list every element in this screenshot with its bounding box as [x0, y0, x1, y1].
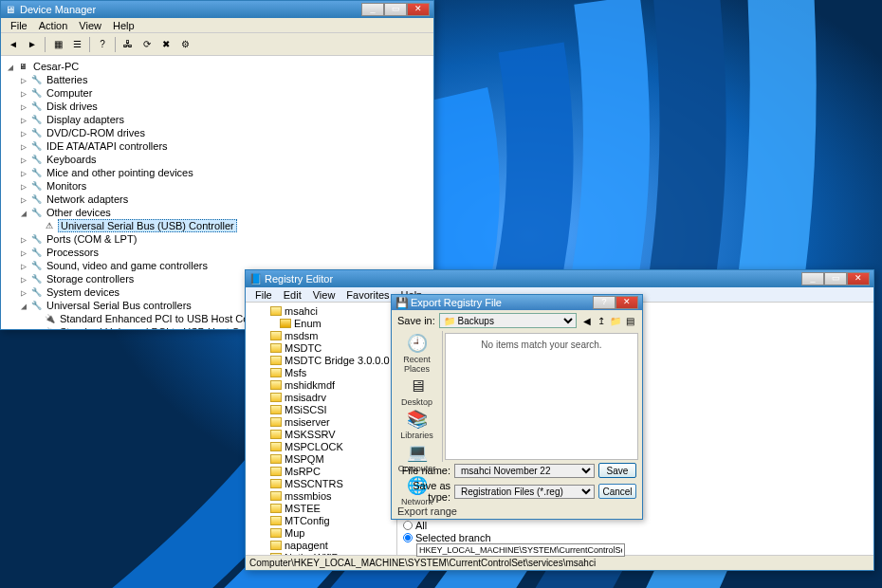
new-folder-icon[interactable]: 📁	[609, 314, 622, 327]
registry-key[interactable]: msahci	[270, 304, 395, 317]
device-item[interactable]: ▷🔧Mice and other pointing devices	[5, 166, 430, 179]
enable-button[interactable]: ⚙	[176, 36, 193, 53]
file-list[interactable]: No items match your search.	[445, 333, 638, 460]
properties-button[interactable]: ☰	[68, 36, 85, 53]
close-button[interactable]: ✕	[407, 3, 430, 16]
registry-key[interactable]: MSTEE	[270, 502, 395, 514]
save-button[interactable]: Save	[598, 463, 636, 478]
registry-key[interactable]: MSPQM	[270, 452, 395, 465]
menu-view[interactable]: View	[73, 20, 107, 31]
registry-key[interactable]: MSDTC Bridge 3.0.0.0	[270, 354, 395, 366]
registry-key[interactable]: Mup	[270, 526, 395, 539]
expand-icon[interactable]: ▷	[18, 115, 29, 125]
cancel-button[interactable]: Cancel	[598, 484, 636, 499]
save-in-dropdown[interactable]: 📁 Backups	[439, 313, 577, 328]
update-driver-button[interactable]: ⟳	[138, 36, 156, 53]
titlebar[interactable]: 💾 Export Registry File ? ✕	[392, 295, 642, 310]
device-item[interactable]: ▷🔧Ports (COM & LPT)	[5, 232, 430, 246]
expand-icon[interactable]: ▷	[18, 248, 29, 258]
forward-button[interactable]: ►	[24, 36, 41, 53]
minimize-button[interactable]: _	[801, 272, 824, 285]
registry-key[interactable]: MSDTC	[270, 341, 395, 354]
minimize-button[interactable]: _	[361, 3, 384, 16]
menu-edit[interactable]: Edit	[278, 289, 307, 301]
device-item[interactable]: ◢🖥Cesar-PC	[5, 60, 430, 73]
registry-key[interactable]: MsRPC	[270, 465, 395, 477]
filename-field[interactable]: msahci November 22	[454, 464, 595, 478]
device-item[interactable]: ▷🔧Keyboards	[5, 153, 430, 166]
expand-icon[interactable]: ▷	[18, 287, 29, 298]
registry-key[interactable]: msisadrv	[270, 391, 395, 403]
device-item[interactable]: ▷🔧Monitors	[5, 179, 430, 193]
range-all-radio[interactable]	[403, 521, 413, 530]
expand-icon[interactable]: ▷	[18, 88, 29, 99]
expand-icon[interactable]: ▷	[18, 155, 29, 165]
expand-icon[interactable]: ▷	[18, 168, 29, 178]
expand-icon[interactable]: ▷	[18, 261, 29, 271]
expand-icon[interactable]: ◢	[18, 301, 29, 311]
registry-key[interactable]: MSiSCSI	[270, 403, 395, 415]
registry-key[interactable]: Enum	[270, 317, 395, 329]
views-icon[interactable]: ▤	[623, 314, 636, 327]
menu-action[interactable]: Action	[33, 20, 74, 31]
device-item[interactable]: ▷🔧Processors	[5, 246, 430, 259]
registry-key[interactable]: Msfs	[270, 366, 395, 378]
device-item[interactable]: ▷🔧Disk drives	[5, 100, 430, 113]
range-selected-radio[interactable]	[403, 533, 413, 542]
help-button[interactable]: ?	[94, 36, 111, 53]
menu-help[interactable]: Help	[107, 20, 140, 31]
back-button[interactable]: ◄	[5, 36, 22, 53]
device-item[interactable]: ▷🔧Network adapters	[5, 193, 430, 206]
registry-key[interactable]: MSSCNTRS	[270, 477, 395, 489]
expand-icon[interactable]: ▷	[18, 101, 29, 112]
maximize-button[interactable]: ▭	[824, 272, 847, 285]
expand-icon[interactable]: ◢	[18, 208, 29, 218]
registry-key[interactable]: MSKSSRV	[270, 428, 395, 440]
expand-icon[interactable]: ▷	[18, 141, 29, 152]
device-item[interactable]: ◢🔧Other devices	[5, 206, 430, 219]
registry-key[interactable]: mssmbios	[270, 489, 395, 502]
registry-key[interactable]: MTConfig	[270, 514, 395, 526]
back-icon[interactable]: ◀	[580, 314, 594, 327]
branch-path-field[interactable]	[416, 543, 625, 557]
place-libraries[interactable]: 📚Libraries	[395, 409, 440, 440]
device-icon: 🔧	[29, 286, 43, 298]
menu-file[interactable]: File	[5, 20, 33, 31]
expand-icon[interactable]: ◢	[5, 62, 16, 72]
expand-icon[interactable]: ▷	[18, 181, 29, 192]
expand-icon[interactable]: ▷	[18, 234, 29, 245]
close-button[interactable]: ✕	[616, 296, 638, 309]
maximize-button[interactable]: ▭	[384, 3, 407, 16]
registry-key[interactable]: MSPCLOCK	[270, 440, 395, 452]
registry-tree[interactable]: msahciEnummsdsmMSDTCMSDTC Bridge 3.0.0.0…	[246, 303, 397, 555]
device-item[interactable]: ▷🔧IDE ATA/ATAPI controllers	[5, 139, 430, 153]
titlebar[interactable]: 🖥 Device Manager _ ▭ ✕	[1, 1, 433, 18]
expand-icon[interactable]: ▷	[18, 128, 29, 138]
place-recent-places[interactable]: 🕘Recent Places	[395, 333, 440, 374]
registry-key[interactable]: msiserver	[270, 415, 395, 428]
menu-view[interactable]: View	[307, 289, 341, 301]
device-item[interactable]: ▷🔧DVD/CD-ROM drives	[5, 126, 430, 139]
device-item[interactable]: ▷🔧Computer	[5, 86, 430, 100]
place-desktop[interactable]: 🖥Desktop	[395, 376, 440, 407]
menu-favorites[interactable]: Favorites	[340, 289, 395, 301]
titlebar[interactable]: 📘 Registry Editor _ ▭ ✕	[246, 270, 873, 287]
registry-key[interactable]: napagent	[270, 539, 395, 551]
expand-icon[interactable]: ▷	[18, 75, 29, 85]
scan-button[interactable]: 🖧	[119, 36, 137, 53]
device-item[interactable]: ⚠Universal Serial Bus (USB) Controller	[5, 219, 430, 232]
help-button[interactable]: ?	[593, 296, 616, 309]
expand-icon[interactable]: ▷	[18, 194, 29, 205]
device-item[interactable]: ▷🔧Display adapters	[5, 113, 430, 126]
show-hidden-button[interactable]: ▦	[49, 36, 66, 53]
device-item[interactable]: ▷🔧Batteries	[5, 73, 430, 86]
uninstall-button[interactable]: ✖	[157, 36, 175, 53]
up-icon[interactable]: ↥	[595, 314, 608, 327]
menu-file[interactable]: File	[249, 289, 278, 301]
savetype-dropdown[interactable]: Registration Files (*.reg)	[454, 485, 595, 499]
registry-key[interactable]: mshidkmdf	[270, 378, 395, 391]
expand-icon[interactable]: ▷	[18, 274, 29, 285]
close-button[interactable]: ✕	[847, 272, 870, 285]
registry-key[interactable]: NativeWifiP	[270, 551, 395, 555]
registry-key[interactable]: msdsm	[270, 329, 395, 341]
